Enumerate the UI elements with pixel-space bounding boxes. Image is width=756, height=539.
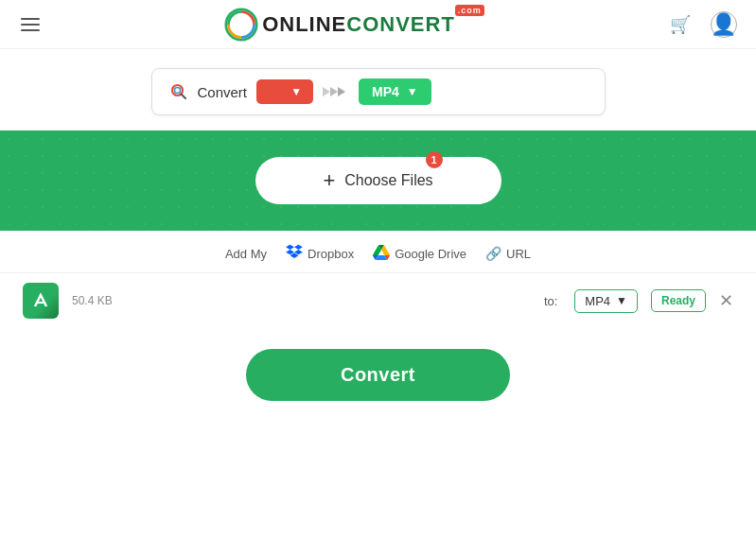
search-section: Convert ▼ MP4 ▼ [0,49,756,130]
file-format-dropdown[interactable]: MP4 ▼ [574,289,638,313]
url-button[interactable]: 🔗 URL [485,246,531,261]
close-icon: ✕ [719,290,733,311]
to-format-dropdown[interactable]: MP4 ▼ [359,78,431,105]
svg-point-0 [226,9,256,39]
convert-section: Convert [0,328,756,422]
cart-icon: 🛒 [670,14,691,35]
svg-marker-4 [323,87,330,96]
dropbox-icon [286,244,303,263]
arrows-icon [323,83,349,100]
to-format-value: MP4 [372,84,399,99]
add-my-section: Add My Dropbox Google Drive 🔗 URL [0,231,756,272]
choose-files-button[interactable]: + Choose Files 1 [255,157,501,204]
logo: ONLINECONVERT.com [224,8,484,42]
ready-badge: Ready [651,289,706,312]
url-label: URL [506,247,531,261]
add-my-label: Add My [225,247,267,261]
close-file-button[interactable]: ✕ [719,290,733,311]
file-format-value: MP4 [585,294,610,308]
google-drive-icon [373,245,390,263]
chevron-down-icon: ▼ [290,85,302,98]
url-icon: 🔗 [485,246,501,261]
hamburger-menu[interactable] [17,14,44,35]
choose-files-label: Choose Files [344,172,432,189]
dropbox-button[interactable]: Dropbox [286,244,354,263]
svg-marker-6 [338,87,345,96]
file-size: 50.4 KB [72,294,119,307]
convert-button[interactable]: Convert [246,349,510,401]
user-icon: 👤 [711,11,737,38]
logo-text: ONLINECONVERT.com [262,12,484,37]
hamburger-line-3 [21,29,40,31]
files-badge: 1 [426,151,443,168]
svg-marker-5 [330,87,338,96]
file-to-label: to: [544,294,557,308]
google-drive-label: Google Drive [395,247,466,261]
chevron-down-icon-3: ▼ [616,294,627,307]
dropbox-label: Dropbox [308,247,354,261]
convert-label: Convert [198,84,248,100]
hamburger-line-2 [21,24,40,26]
user-button[interactable]: 👤 [709,9,739,40]
from-format-dropdown[interactable]: ▼ [256,79,313,104]
header: ONLINECONVERT.com 🛒 👤 [0,0,756,49]
hamburger-line-1 [21,18,40,20]
drop-zone: + Choose Files 1 [0,130,756,231]
header-icons: 🛒 👤 [665,9,739,40]
search-icon [169,82,188,101]
plus-icon: + [323,168,335,193]
svg-point-2 [174,88,180,94]
chevron-down-icon-2: ▼ [407,85,418,98]
cart-button[interactable]: 🛒 [665,9,695,40]
file-thumbnail [23,283,59,319]
file-row: 50.4 KB to: MP4 ▼ Ready ✕ [0,272,756,328]
logo-icon [224,8,258,42]
svg-line-3 [181,95,185,99]
search-bar: Convert ▼ MP4 ▼ [151,68,606,115]
google-drive-button[interactable]: Google Drive [373,245,466,263]
